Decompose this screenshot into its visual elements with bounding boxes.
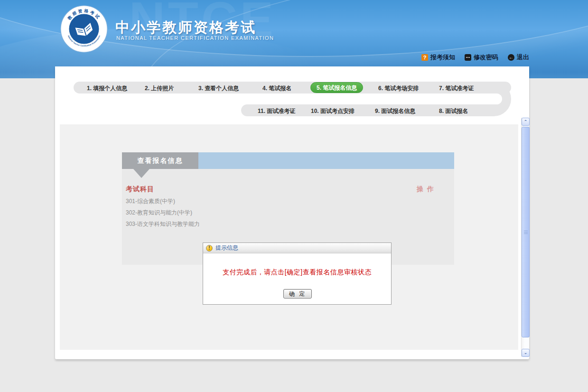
stepnav-ribbon-slot	[235, 93, 502, 104]
dialog-message: 支付完成后，请点击[确定]查看报名信息审核状态	[203, 268, 391, 277]
step-1-fill-personal-info[interactable]: 1. 填报个人信息	[87, 84, 127, 93]
exit-icon: ←	[508, 54, 514, 61]
exam-subjects-header: 考试科目	[126, 185, 154, 194]
ok-button[interactable]: 确 定	[283, 289, 312, 299]
subject-item-303: 303-语文学科知识与教学能力	[126, 220, 200, 228]
notice-link-label: 报考须知	[430, 53, 455, 62]
change-password-link[interactable]: 修改密码	[465, 53, 498, 62]
notice-link[interactable]: ? 报考须知	[421, 53, 455, 62]
password-icon	[465, 54, 471, 61]
step-11-interview-admission-ticket[interactable]: 11. 面试准考证	[258, 107, 295, 115]
logout-label: 退出	[517, 53, 529, 62]
step-3-view-personal-info[interactable]: 3. 查看个人信息	[198, 84, 239, 93]
view-registration-info-tab: 查看报名信息	[122, 152, 198, 169]
main-container: 1. 填报个人信息 2. 上传照片 3. 查看个人信息 4. 笔试报名 5. 笔…	[55, 66, 529, 359]
site-title: 中小学教师资格考试	[115, 18, 256, 37]
step-9-interview-registration-info[interactable]: 9. 面试报名信息	[375, 107, 415, 115]
dialog-title: 提示信息	[215, 244, 238, 252]
subject-item-302: 302-教育知识与能力(中学)	[126, 209, 192, 217]
question-icon: ?	[421, 54, 428, 61]
content-panel: 查看报名信息 考试科目 操 作 301-综合素质(中学) 302-教育知识与能力…	[60, 124, 518, 350]
vertical-scrollbar[interactable]: ⌃ ⌄	[521, 118, 529, 357]
section-header-bar: 查看报名信息	[122, 152, 454, 169]
dialog-title-bar: ! 提示信息	[203, 243, 391, 253]
logout-link[interactable]: ← 退出	[508, 53, 529, 62]
ntce-logo-icon: 教师资格考试 National Teacher Certification Ex…	[60, 5, 108, 53]
step-4-written-exam-registration[interactable]: 4. 笔试报名	[262, 84, 291, 93]
step-6-written-exam-room[interactable]: 6. 笔试考场安排	[378, 84, 419, 93]
page: NTCE 教师资格考试 National Teacher Certificati…	[0, 0, 588, 392]
prompt-dialog: ! 提示信息 支付完成后，请点击[确定]查看报名信息审核状态 确 定	[203, 243, 392, 305]
info-warning-icon: !	[206, 245, 213, 252]
operation-header: 操 作	[417, 185, 435, 194]
scroll-down-button[interactable]: ⌄	[522, 349, 530, 357]
scroll-up-button[interactable]: ⌃	[522, 118, 530, 126]
subject-item-301: 301-综合素质(中学)	[126, 197, 175, 205]
change-password-label: 修改密码	[474, 53, 498, 62]
step-10-interview-site[interactable]: 10. 面试考点安排	[311, 107, 355, 115]
step-5-written-exam-registration-info[interactable]: 5. 笔试报名信息	[310, 82, 363, 93]
scrollbar-thumb[interactable]	[522, 127, 530, 337]
site-subtitle: NATIONAL TEACHER CERTIFICATION EXAMINATI…	[116, 35, 274, 41]
tab-pointer-arrow	[133, 169, 149, 178]
step-2-upload-photo[interactable]: 2. 上传照片	[145, 84, 174, 93]
step-7-written-exam-admission-ticket[interactable]: 7. 笔试准考证	[439, 84, 474, 93]
top-links: ? 报考须知 修改密码 ← 退出	[421, 53, 529, 62]
step-8-interview-registration[interactable]: 8. 面试报名	[439, 107, 468, 115]
scrollbar-grip	[524, 232, 528, 233]
